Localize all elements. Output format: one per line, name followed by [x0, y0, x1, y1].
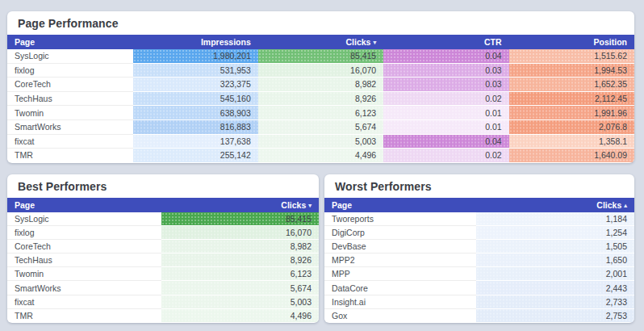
- sort-descending-icon: ▾: [308, 202, 312, 209]
- page-cell: fixlog: [7, 226, 161, 240]
- page-cell: DigiCorp: [324, 226, 476, 240]
- column-header-clicks-label: Clicks: [281, 200, 306, 210]
- panel-title: Worst Performers: [324, 174, 634, 198]
- clicks-cell: 85,415: [161, 212, 319, 226]
- header-row: Page Clicks▴: [324, 198, 634, 212]
- clicks-cell: 2,001: [476, 267, 634, 281]
- column-header-position[interactable]: Position: [509, 35, 634, 49]
- page-cell: Twomin: [7, 267, 161, 281]
- table-row: Twomin 6,123: [7, 267, 319, 281]
- table-row: DigiCorp 1,254: [324, 226, 634, 240]
- column-header-impressions[interactable]: Impressions: [133, 35, 258, 49]
- page-cell: SmartWorks: [7, 119, 133, 134]
- page-cell: TMR: [7, 308, 161, 322]
- ctr-cell: 0.02: [383, 149, 508, 162]
- column-header-ctr[interactable]: CTR: [383, 35, 508, 49]
- column-header-clicks-label: Clicks: [596, 200, 621, 210]
- clicks-cell: 8,926: [161, 253, 319, 267]
- page-cell: Tworeports: [324, 212, 476, 226]
- position-cell: 2,112.45: [509, 91, 634, 106]
- position-cell: 2,076.8: [509, 119, 634, 134]
- page-cell: TechHaus: [7, 253, 161, 267]
- position-cell: 1,652.35: [509, 78, 634, 92]
- page-cell: Twomin: [7, 106, 133, 120]
- clicks-cell: 1,184: [476, 212, 634, 226]
- impressions-cell: 545,160: [133, 91, 258, 106]
- column-header-clicks[interactable]: Clicks▾: [161, 198, 319, 212]
- table-row: SysLogic 1,980,201 85,415 0.04 1,515.62: [7, 49, 634, 63]
- column-header-clicks[interactable]: Clicks▴: [476, 198, 634, 212]
- table-row: fixcat 137,638 5,003 0.04 1,358.1: [7, 134, 634, 149]
- clicks-cell: 85,415: [258, 49, 383, 63]
- clicks-cell: 1,650: [476, 253, 634, 267]
- clicks-cell: 2,733: [476, 295, 634, 308]
- clicks-cell: 6,123: [161, 267, 319, 281]
- column-header-clicks[interactable]: Clicks▾: [258, 35, 383, 49]
- column-header-page[interactable]: Page: [324, 198, 476, 212]
- page-cell: SysLogic: [7, 212, 161, 226]
- clicks-cell: 5,003: [161, 295, 319, 308]
- impressions-cell: 816,883: [133, 119, 258, 134]
- clicks-cell: 1,254: [476, 226, 634, 240]
- page-cell: DevBase: [324, 240, 476, 253]
- page-cell: fixlog: [7, 63, 133, 78]
- best-performers-panel: Best Performers Page Clicks▾ SysLogic 85…: [7, 174, 319, 323]
- page-cell: TMR: [7, 149, 133, 162]
- table-row: TechHaus 8,926: [7, 253, 319, 267]
- clicks-cell: 5,003: [258, 134, 383, 149]
- page-cell: DataCore: [324, 281, 476, 295]
- table-row: TechHaus 545,160 8,926 0.02 2,112.45: [7, 91, 634, 106]
- position-cell: 1,991.96: [509, 106, 634, 120]
- table-row: fixlog 531,953 16,070 0.03 1,994.53: [7, 63, 634, 78]
- page-cell: CoreTech: [7, 78, 133, 92]
- column-header-page[interactable]: Page: [7, 35, 133, 49]
- impressions-cell: 531,953: [133, 63, 258, 78]
- header-row: Page Impressions Clicks▾ CTR Position: [7, 35, 634, 49]
- clicks-cell: 16,070: [161, 226, 319, 240]
- table-row: MPP 2,001: [324, 267, 634, 281]
- table-row: TMR 255,142 4,496 0.02 1,640.09: [7, 149, 634, 162]
- clicks-cell: 5,674: [161, 281, 319, 295]
- clicks-cell: 8,926: [258, 91, 383, 106]
- table-row: DevBase 1,505: [324, 240, 634, 253]
- impressions-cell: 323,375: [133, 78, 258, 92]
- page-cell: SysLogic: [7, 49, 133, 63]
- table-row: DataCore 2,443: [324, 281, 634, 295]
- page-cell: fixcat: [7, 134, 133, 149]
- table-row: TMR 4,496: [7, 308, 319, 322]
- table-row: Twomin 638,903 6,123 0.01 1,991.96: [7, 106, 634, 120]
- clicks-cell: 8,982: [161, 240, 319, 253]
- position-cell: 1,640.09: [509, 149, 634, 162]
- impressions-cell: 1,980,201: [133, 49, 258, 63]
- worst-performers-panel: Worst Performers Page Clicks▴ Tworeports…: [324, 174, 634, 323]
- clicks-cell: 4,496: [161, 308, 319, 322]
- column-header-page[interactable]: Page: [7, 198, 161, 212]
- position-cell: 1,515.62: [509, 49, 634, 63]
- best-performers-table: Page Clicks▾ SysLogic 85,415 fixlog 16,0…: [7, 198, 319, 322]
- table-row: SmartWorks 5,674: [7, 281, 319, 295]
- clicks-cell: 2,443: [476, 281, 634, 295]
- ctr-cell: 0.04: [383, 49, 508, 63]
- clicks-cell: 6,123: [258, 106, 383, 120]
- header-row: Page Clicks▾: [7, 198, 319, 212]
- page-performance-table: Page Impressions Clicks▾ CTR Position Sy…: [7, 35, 634, 162]
- page-cell: CoreTech: [7, 240, 161, 253]
- table-row: fixlog 16,070: [7, 226, 319, 240]
- table-row: Gox 2,753: [324, 308, 634, 322]
- impressions-cell: 137,638: [133, 134, 258, 149]
- impressions-cell: 638,903: [133, 106, 258, 120]
- clicks-cell: 4,496: [258, 149, 383, 162]
- clicks-cell: 16,070: [258, 63, 383, 78]
- page-cell: SmartWorks: [7, 281, 161, 295]
- worst-performers-table: Page Clicks▴ Tworeports 1,184 DigiCorp 1…: [324, 198, 634, 322]
- table-row: Insight.ai 2,733: [324, 295, 634, 308]
- table-row: MPP2 1,650: [324, 253, 634, 267]
- ctr-cell: 0.01: [383, 106, 508, 120]
- position-cell: 1,994.53: [509, 63, 634, 78]
- page-cell: fixcat: [7, 295, 161, 308]
- sort-ascending-icon: ▴: [624, 202, 627, 209]
- ctr-cell: 0.03: [383, 63, 508, 78]
- page-cell: TechHaus: [7, 91, 133, 106]
- table-row: CoreTech 323,375 8,982 0.03 1,652.35: [7, 78, 634, 92]
- page-cell: MPP: [324, 267, 476, 281]
